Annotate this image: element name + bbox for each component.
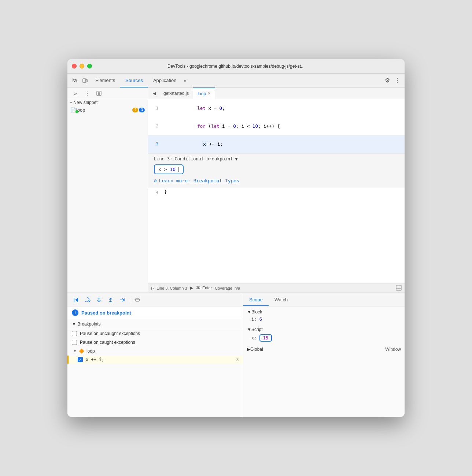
code-line-1: 1 let x = 0; [148, 99, 405, 117]
loop-triangle: ▼ [73, 349, 77, 353]
pause-caught-label: Pause on caught exceptions [80, 340, 135, 345]
run-shortcut: ⌘+Enter [196, 286, 212, 290]
loop-section[interactable]: ▼ 🔶 loop [67, 347, 243, 356]
minimize-button[interactable] [80, 64, 84, 68]
learn-more-link[interactable]: ⊙ Learn more: Breakpoint Types [154, 178, 399, 183]
x-value-highlighted: 15 [259, 334, 272, 342]
pause-uncaught-row: Pause on uncaught exceptions [67, 329, 243, 338]
learn-more-text: Learn more: Breakpoint Types [159, 178, 239, 183]
bp-input-wrapper: x > 10 [154, 164, 184, 174]
block-i-item: i: 6 [243, 316, 405, 323]
tab-application[interactable]: Application [148, 74, 182, 88]
devtools-window: DevTools - googlechrome.github.io/devtoo… [67, 59, 405, 417]
line-num-1: 1 [148, 99, 161, 117]
close-button[interactable] [72, 64, 77, 68]
global-scope: ▶Global Window [243, 344, 405, 355]
main-area: » ⋮ + New snippet 📄 loop ? 3 [67, 88, 405, 293]
tab-get-started[interactable]: get-started.js [159, 88, 193, 99]
code-content-2[interactable]: for (let i = 0; i < 10; i++) { [161, 117, 405, 135]
coverage-label: Coverage: n/a [215, 286, 240, 290]
step-over-button[interactable] [83, 295, 92, 304]
code-content-3[interactable]: x += i; [161, 135, 405, 153]
snippet-name: loop [76, 107, 131, 113]
editor-tabs: ◀ get-started.js loop ✕ [148, 88, 405, 99]
svg-rect-3 [396, 285, 401, 290]
breakpoints-label: ▼ Breakpoints [72, 321, 101, 327]
i-value: 6 [259, 317, 262, 322]
tab-sources[interactable]: Sources [120, 74, 148, 88]
loop-section-name: loop [86, 349, 95, 354]
breakpoint-item[interactable]: ✓ x += i; 3 [67, 356, 243, 364]
tab-close-icon[interactable]: ✕ [207, 91, 211, 96]
block-header[interactable]: ▼Block [243, 308, 405, 316]
tab-get-started-label: get-started.js [163, 91, 189, 96]
svg-rect-0 [83, 79, 86, 82]
breakpoint-line: 3 [236, 357, 239, 362]
pause-uncaught-checkbox[interactable] [72, 331, 77, 336]
info-icon: i [72, 309, 78, 316]
step-button[interactable] [118, 295, 127, 304]
code-line-3: 3 x += i; [148, 135, 405, 153]
x-value: 15 [263, 335, 268, 341]
learn-more-icon: ⊙ [154, 178, 157, 183]
more-tabs-btn[interactable]: » [182, 78, 189, 83]
breakpoint-badge: ? [132, 108, 138, 112]
breakpoint-panel: Line 3: Conditional breakpoint ▼ x > 10 … [148, 153, 405, 188]
i-key: i: [251, 317, 257, 322]
resume-button[interactable] [71, 295, 80, 304]
run-icon: ▶ [190, 286, 193, 290]
svg-rect-1 [86, 79, 87, 82]
tab-elements[interactable]: Elements [90, 74, 120, 88]
debug-panel: i Paused on breakpoint ▼ Breakpoints Pau… [67, 293, 243, 417]
code-content-4[interactable]: } [161, 188, 405, 196]
global-label: ▶Global [247, 347, 263, 352]
pause-banner: i Paused on breakpoint [67, 306, 243, 319]
line-num-4: 4 [148, 188, 161, 196]
pause-caught-checkbox[interactable] [72, 340, 77, 345]
tab-watch[interactable]: Watch [269, 293, 294, 306]
new-snippet-label: + New snippet [70, 100, 97, 105]
tab-loop[interactable]: loop ✕ [193, 88, 215, 99]
bp-header: Line 3: Conditional breakpoint ▼ [154, 156, 399, 161]
breakpoint-left-bar [67, 356, 69, 364]
script-header[interactable]: ▼Script [243, 326, 405, 334]
pause-caught-row: Pause on caught exceptions [67, 338, 243, 347]
script-x-item: x: 15 [243, 334, 405, 342]
global-header[interactable]: ▶Global Window [243, 345, 405, 353]
script-scope: ▼Script x: 15 [243, 324, 405, 344]
line-num-2: 2 [148, 117, 161, 135]
active-indicator [75, 110, 78, 113]
cursor [178, 167, 179, 172]
device-toolbar-icon[interactable] [80, 75, 90, 86]
debug-toolbar [67, 293, 243, 306]
pause-uncaught-label: Pause on uncaught exceptions [80, 331, 140, 336]
console-drawer-icon[interactable] [396, 285, 402, 291]
bottom-panel: i Paused on breakpoint ▼ Breakpoints Pau… [67, 293, 405, 417]
pause-text: Paused on breakpoint [81, 310, 131, 316]
tab-loop-label: loop [198, 91, 206, 96]
more-options-icon[interactable]: ⋮ [392, 77, 402, 84]
bp-arrow[interactable]: ▼ [235, 156, 238, 161]
breakpoints-section-header[interactable]: ▼ Breakpoints [67, 319, 243, 329]
back-button[interactable] [94, 88, 104, 98]
settings-icon[interactable]: ⚙ [383, 77, 392, 84]
deactivate-breakpoints-button[interactable] [133, 295, 142, 304]
block-scope: ▼Block i: 6 [243, 306, 405, 324]
tab-scope[interactable]: Scope [243, 293, 269, 306]
step-into-button[interactable] [95, 295, 103, 304]
status-bar: {} Line 3, Column 3 ▶ ⌘+Enter Coverage: … [148, 283, 405, 293]
step-out-button[interactable] [106, 295, 115, 304]
script-label: ▼Script [247, 327, 263, 332]
editor-back-btn[interactable]: ◀ [150, 89, 159, 98]
sidebar-item-loop[interactable]: 📄 loop ? 3 [67, 106, 148, 114]
maximize-button[interactable] [87, 64, 92, 68]
new-snippet-button[interactable]: + New snippet [67, 99, 148, 106]
window-title: DevTools - googlechrome.github.io/devtoo… [167, 64, 305, 69]
chevron-right-icon[interactable]: » [70, 88, 81, 98]
breakpoint-checkbox[interactable]: ✓ [78, 357, 83, 362]
format-btn[interactable]: {} [151, 286, 154, 290]
select-tool-icon[interactable] [70, 75, 80, 86]
editor-area: ◀ get-started.js loop ✕ 1 let x = 0; [148, 88, 405, 293]
code-content-1[interactable]: let x = 0; [161, 99, 405, 117]
dots-vertical-icon[interactable]: ⋮ [82, 88, 92, 98]
